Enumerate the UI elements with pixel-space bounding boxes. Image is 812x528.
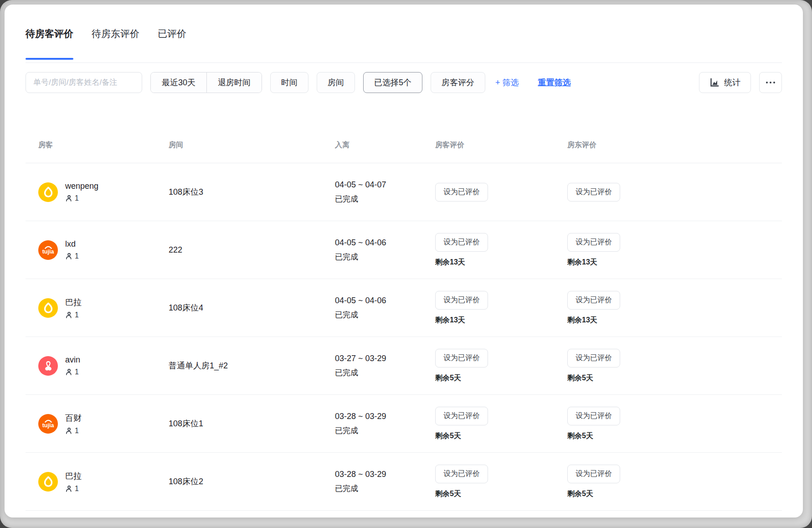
guest-count: 1 [65, 311, 82, 319]
person-icon [65, 368, 72, 376]
set-guest-reviewed-button[interactable]: 设为已评价 [435, 465, 488, 483]
set-host-reviewed-button[interactable]: 设为已评价 [567, 349, 620, 368]
remaining-days: 剩余5天 [567, 489, 593, 499]
table-row: wenpeng 1 108床位3 04-05 ~ 04-07 已完成 设为已评价… [26, 163, 782, 221]
date-range-button[interactable]: 最近30天 [151, 72, 206, 93]
remaining-days: 剩余13天 [435, 316, 465, 325]
set-host-reviewed-button[interactable]: 设为已评价 [567, 407, 620, 425]
table-row: 巴拉 1 108床位2 03-28 ~ 03-29 已完成 设为已评价剩余5天 … [26, 453, 782, 511]
set-host-reviewed-button[interactable]: 设为已评价 [567, 233, 620, 252]
airbnb-icon [38, 356, 58, 376]
remaining-days: 剩余13天 [567, 316, 597, 325]
guest-review-cell: 设为已评价剩余5天 [435, 407, 567, 441]
set-guest-reviewed-button[interactable]: 设为已评价 [435, 291, 488, 310]
filter-room[interactable]: 房间 [317, 72, 355, 93]
set-host-reviewed-button[interactable]: 设为已评价 [567, 291, 620, 310]
stay-status: 已完成 [335, 252, 435, 262]
person-icon [65, 427, 72, 435]
date-type-button[interactable]: 退房时间 [206, 72, 262, 93]
tab-pending-host-review[interactable]: 待房东评价 [92, 5, 139, 62]
guest-count: 1 [65, 485, 82, 493]
tab-pending-guest-review[interactable]: 待房客评价 [26, 5, 73, 62]
reviews-panel: 待房客评价 待房东评价 已评价 最近30天 退房时间 时间 房间 已选择5个 房… [5, 5, 803, 518]
guest-name: 巴拉 [65, 471, 82, 481]
stats-button[interactable]: 统计 [699, 72, 751, 93]
stay-dates-cell: 03-28 ~ 03-29 已完成 [335, 470, 435, 494]
column-header-guest-review: 房客评价 [435, 140, 567, 150]
search-input[interactable] [26, 72, 142, 93]
stay-status: 已完成 [335, 368, 435, 378]
stats-button-label: 统计 [724, 77, 740, 88]
room-name: 108床位4 [169, 302, 335, 313]
person-icon [65, 311, 72, 319]
remaining-days: 剩余5天 [435, 431, 461, 441]
stay-status: 已完成 [335, 483, 435, 494]
guest-review-cell: 设为已评价剩余5天 [435, 465, 567, 499]
stay-dates-cell: 04-05 ~ 04-07 已完成 [335, 180, 435, 204]
stay-dates: 03-28 ~ 03-29 [335, 470, 435, 479]
remaining-days: 剩余5天 [567, 431, 593, 441]
guest-count: 1 [65, 252, 79, 260]
more-button[interactable] [759, 72, 782, 93]
stay-dates: 04-05 ~ 04-07 [335, 180, 435, 190]
filter-selected-count[interactable]: 已选择5个 [363, 72, 422, 93]
set-guest-reviewed-button[interactable]: 设为已评价 [435, 183, 488, 202]
room-name: 108床位1 [169, 418, 335, 429]
host-review-cell: 设为已评价 [567, 183, 782, 202]
table-header: 房客 房间 入离 房客评价 房东评价 [26, 140, 782, 163]
stay-dates-cell: 03-27 ~ 03-29 已完成 [335, 354, 435, 378]
guest-cell: tujia 百财 1 [26, 413, 169, 435]
stay-dates: 03-27 ~ 03-29 [335, 354, 435, 363]
column-header-host-review: 房东评价 [567, 140, 782, 150]
reset-filters-link[interactable]: 重置筛选 [538, 77, 571, 88]
date-filter-group: 最近30天 退房时间 [150, 72, 262, 93]
set-host-reviewed-button[interactable]: 设为已评价 [567, 465, 620, 483]
remaining-days: 剩余5天 [567, 373, 593, 383]
table-row: tujia lxd 1 222 04-05 ~ 04-06 已完成 设为已评价剩… [26, 221, 782, 279]
xiaozhu-icon [38, 182, 58, 202]
room-name: 普通单人房1_#2 [169, 360, 335, 371]
set-guest-reviewed-button[interactable]: 设为已评价 [435, 233, 488, 252]
stay-dates-cell: 04-05 ~ 04-06 已完成 [335, 296, 435, 320]
filter-bar: 最近30天 退房时间 时间 房间 已选择5个 房客评分 + 筛选 重置筛选 [26, 72, 782, 93]
set-guest-reviewed-button[interactable]: 设为已评价 [435, 349, 488, 368]
remaining-days: 剩余13天 [435, 258, 465, 267]
room-name: 108床位2 [169, 476, 335, 487]
host-review-cell: 设为已评价剩余5天 [567, 407, 782, 441]
guest-cell: avin 1 [26, 355, 169, 376]
table-row: 巴拉 1 108床位4 04-05 ~ 04-06 已完成 设为已评价剩余13天… [26, 279, 782, 337]
room-name: 222 [169, 245, 335, 255]
set-guest-reviewed-button[interactable]: 设为已评价 [435, 407, 488, 425]
add-filter-link[interactable]: + 筛选 [495, 77, 519, 88]
guest-cell: tujia lxd 1 [26, 239, 169, 260]
filter-time[interactable]: 时间 [270, 72, 308, 93]
filter-guest-rating[interactable]: 房客评分 [431, 72, 485, 93]
stay-dates-cell: 04-05 ~ 04-06 已完成 [335, 238, 435, 262]
column-header-checkin-out: 入离 [335, 140, 435, 150]
guest-cell: 巴拉 1 [26, 471, 169, 493]
stay-dates: 04-05 ~ 04-06 [335, 296, 435, 305]
stay-dates-cell: 03-28 ~ 03-29 已完成 [335, 412, 435, 436]
guest-count: 1 [65, 368, 80, 376]
stay-status: 已完成 [335, 310, 435, 320]
xiaozhu-icon [38, 472, 58, 492]
set-host-reviewed-button[interactable]: 设为已评价 [567, 183, 620, 202]
person-icon [65, 485, 72, 492]
remaining-days: 剩余5天 [435, 489, 461, 499]
tujia-icon: tujia [38, 240, 58, 260]
column-header-room: 房间 [169, 140, 335, 150]
table-row: tujia 百财 1 108床位1 03-28 ~ 03-29 已完成 设为已评… [26, 395, 782, 453]
guest-review-cell: 设为已评价剩余5天 [435, 349, 567, 383]
guest-name: avin [65, 355, 80, 365]
remaining-days: 剩余5天 [435, 373, 461, 383]
person-icon [65, 253, 72, 260]
tab-reviewed[interactable]: 已评价 [158, 5, 186, 62]
stay-status: 已完成 [335, 425, 435, 436]
room-name: 108床位3 [169, 186, 335, 197]
guest-cell: wenpeng 1 [26, 181, 169, 202]
page-background: 待房客评价 待房东评价 已评价 最近30天 退房时间 时间 房间 已选择5个 房… [0, 0, 812, 528]
host-review-cell: 设为已评价剩余13天 [567, 233, 782, 267]
guest-review-cell: 设为已评价剩余13天 [435, 291, 567, 325]
tujia-icon: tujia [38, 414, 58, 434]
stay-dates: 03-28 ~ 03-29 [335, 412, 435, 421]
